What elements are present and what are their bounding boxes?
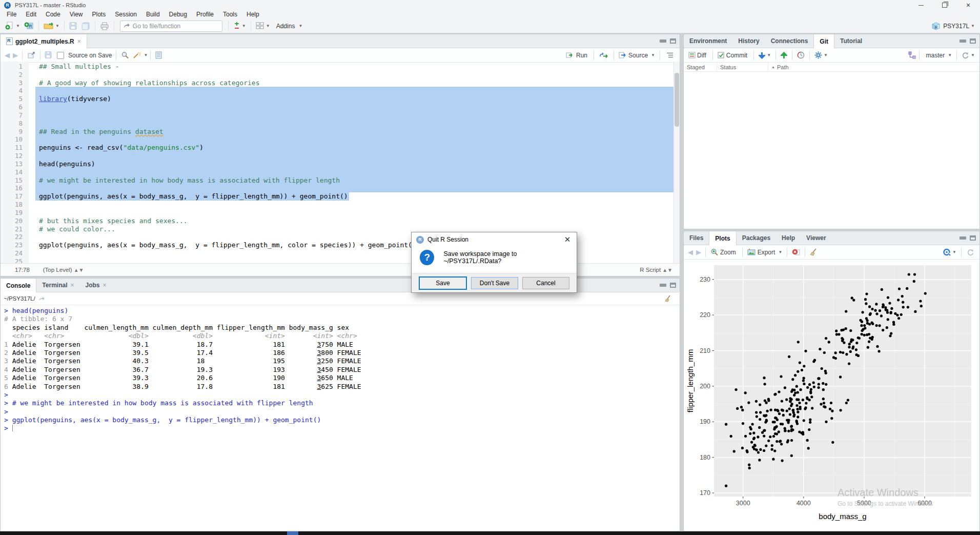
tab-git[interactable]: Git bbox=[813, 34, 834, 48]
code-tools-wand-icon[interactable] bbox=[132, 51, 141, 59]
compile-report-icon[interactable] bbox=[155, 51, 162, 59]
minimize-pane-icon[interactable] bbox=[959, 236, 966, 240]
dialog-title-bar[interactable]: R Quit R Session ✕ bbox=[412, 232, 577, 247]
menu-view[interactable]: View bbox=[65, 10, 88, 19]
find-icon[interactable] bbox=[121, 51, 129, 59]
console-output[interactable]: > head(penguins)# A tibble: 6 x 7 specie… bbox=[1, 305, 680, 531]
print-button[interactable] bbox=[98, 21, 111, 32]
save-button[interactable] bbox=[67, 21, 79, 32]
taskbar[interactable] bbox=[0, 531, 980, 535]
tab-packages[interactable]: Packages bbox=[737, 231, 776, 245]
refresh-plot-icon[interactable] bbox=[967, 249, 974, 256]
maximize-pane-icon[interactable] bbox=[670, 283, 676, 288]
minimize-pane-icon[interactable] bbox=[660, 39, 666, 43]
scope-selector[interactable]: (Top Level) bbox=[43, 267, 72, 273]
scrollbar-thumb[interactable] bbox=[675, 73, 679, 127]
rerun-button[interactable] bbox=[597, 50, 611, 61]
history-clock-icon[interactable] bbox=[797, 51, 805, 59]
goto-directory-icon[interactable] bbox=[38, 296, 45, 302]
maximize-pane-icon[interactable] bbox=[970, 235, 976, 241]
dont-save-button[interactable]: Don't Save bbox=[471, 277, 518, 289]
clear-all-plots-broom-icon[interactable] bbox=[810, 248, 819, 256]
menu-debug[interactable]: Debug bbox=[165, 10, 192, 19]
dialog-close-button[interactable]: ✕ bbox=[558, 232, 577, 247]
cancel-button[interactable]: Cancel bbox=[522, 277, 569, 289]
clear-console-broom-icon[interactable] bbox=[665, 295, 672, 302]
document-outline-icon[interactable] bbox=[666, 52, 674, 58]
tab-jobs[interactable]: Jobs× bbox=[79, 279, 112, 292]
tab-ggplot2-multiples[interactable]: ggplot2_multiples.R × bbox=[1, 34, 87, 48]
tab-files[interactable]: Files bbox=[684, 231, 709, 245]
minimize-pane-icon[interactable] bbox=[660, 284, 666, 287]
workspace-panes-button[interactable]: ▼ bbox=[254, 21, 272, 32]
tab-viewer[interactable]: Viewer bbox=[801, 231, 831, 245]
menu-profile[interactable]: Profile bbox=[192, 10, 218, 19]
menu-help[interactable]: Help bbox=[242, 10, 264, 19]
minimize-pane-icon[interactable] bbox=[959, 39, 966, 43]
source-on-save-checkbox[interactable] bbox=[57, 52, 64, 59]
tab-help[interactable]: Help bbox=[776, 231, 801, 245]
tab-label: Console bbox=[6, 282, 30, 289]
push-button[interactable] bbox=[779, 50, 789, 61]
diff-button[interactable]: Diff bbox=[686, 50, 710, 61]
menu-build[interactable]: Build bbox=[141, 10, 165, 19]
branch-selector[interactable]: master ▼ bbox=[922, 50, 954, 61]
back-icon[interactable]: ◀ bbox=[3, 51, 11, 59]
tab-terminal[interactable]: Terminal× bbox=[36, 279, 79, 292]
menu-session[interactable]: Session bbox=[110, 10, 141, 19]
column-staged[interactable]: Staged bbox=[684, 63, 717, 71]
commit-button[interactable]: Commit bbox=[716, 50, 751, 61]
editor-scrollbar[interactable] bbox=[673, 62, 680, 264]
quit-r-session-dialog: R Quit R Session ✕ ? Save workspace imag… bbox=[411, 232, 577, 293]
export-plot-button[interactable]: Export ▼ bbox=[745, 247, 785, 258]
tab-connections[interactable]: Connections bbox=[765, 34, 814, 48]
publish-button[interactable]: ▼ bbox=[941, 247, 958, 258]
open-file-button[interactable]: ▼ bbox=[42, 21, 62, 32]
menu-plots[interactable]: Plots bbox=[88, 10, 111, 19]
git-refresh-button[interactable]: ▼ bbox=[959, 50, 977, 61]
menu-code[interactable]: Code bbox=[41, 10, 65, 19]
menu-edit[interactable]: Edit bbox=[21, 10, 41, 19]
version-control-button[interactable]: ▼ bbox=[231, 21, 248, 32]
close-tab-icon[interactable]: × bbox=[77, 38, 81, 45]
menu-file[interactable]: File bbox=[2, 10, 21, 19]
save-button[interactable]: Save bbox=[419, 276, 467, 290]
open-in-new-window-icon[interactable] bbox=[27, 52, 35, 59]
close-tab-icon[interactable]: × bbox=[70, 282, 74, 289]
save-all-button[interactable] bbox=[79, 21, 92, 32]
tab-console[interactable]: Console bbox=[1, 279, 36, 292]
new-file-button[interactable]: ▼ bbox=[3, 21, 22, 32]
save-icon[interactable] bbox=[45, 51, 52, 59]
column-path[interactable]: ▲ Path bbox=[768, 63, 979, 71]
pull-button[interactable]: ▼ bbox=[757, 50, 773, 61]
addins-button[interactable]: Addins ▼ bbox=[272, 21, 305, 32]
close-tab-icon[interactable]: × bbox=[103, 282, 107, 289]
close-button[interactable]: × bbox=[956, 0, 980, 10]
branch-icon[interactable] bbox=[908, 51, 916, 59]
restore-button[interactable] bbox=[933, 0, 956, 10]
menu-tools[interactable]: Tools bbox=[218, 10, 242, 19]
previous-plot-icon[interactable]: ◀ bbox=[686, 248, 695, 256]
project-selector[interactable]: R PSY317L ▼ bbox=[932, 22, 975, 30]
new-project-button[interactable]: R bbox=[22, 21, 36, 32]
git-more-button[interactable]: ▼ bbox=[812, 50, 830, 61]
tab-history[interactable]: History bbox=[732, 34, 765, 48]
next-plot-icon[interactable]: ▶ bbox=[695, 248, 703, 256]
maximize-pane-icon[interactable] bbox=[970, 38, 976, 44]
tab-environment[interactable]: Environment bbox=[684, 34, 732, 48]
tab-label: Environment bbox=[689, 37, 727, 45]
run-button[interactable]: Run bbox=[564, 50, 591, 61]
column-status[interactable]: Status bbox=[717, 63, 768, 71]
tab-tutorial[interactable]: Tutorial bbox=[834, 34, 868, 48]
source-button[interactable]: Source ▼ bbox=[617, 50, 657, 61]
file-type-selector[interactable]: R Script ▲▼ bbox=[640, 267, 672, 273]
forward-icon[interactable]: ▶ bbox=[11, 51, 19, 59]
maximize-pane-icon[interactable] bbox=[670, 38, 676, 44]
goto-file-function-input[interactable]: Go to file/function bbox=[120, 21, 222, 32]
tab-plots[interactable]: Plots bbox=[709, 231, 736, 245]
zoom-plot-button[interactable]: Zoom bbox=[708, 247, 740, 258]
remove-plot-icon[interactable] bbox=[792, 248, 800, 256]
minimize-button[interactable] bbox=[909, 0, 933, 10]
chevron-down-icon[interactable]: ▼ bbox=[144, 53, 148, 57]
code-editor[interactable]: 1234567891011121314151617181920212223242… bbox=[1, 62, 680, 264]
